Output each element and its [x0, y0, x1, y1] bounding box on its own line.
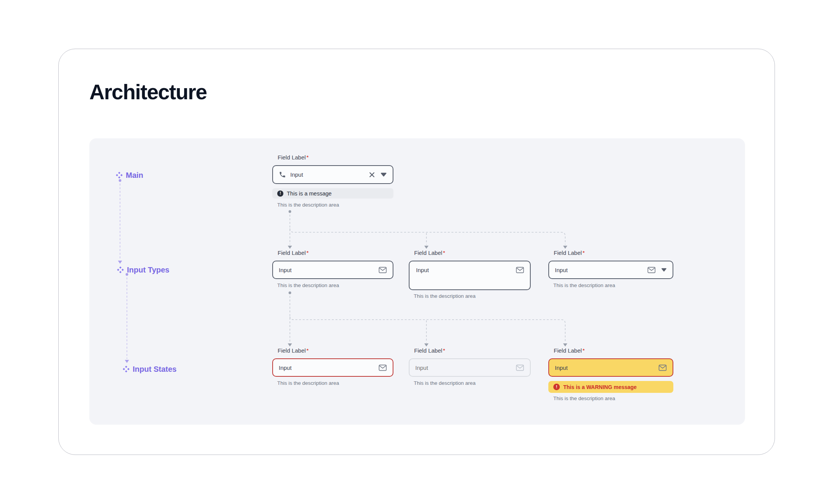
warning-icon: ! — [553, 384, 560, 390]
field-main-phone: Field Label* ! This is a message This is… — [272, 154, 393, 208]
dropdown-caret-icon[interactable] — [380, 172, 387, 177]
description-text: This is the description area — [272, 282, 393, 288]
field-label: Field Label* — [548, 347, 673, 354]
field-label: Field Label* — [548, 250, 673, 256]
info-icon: ! — [277, 190, 283, 197]
field-label: Field Label* — [272, 347, 393, 354]
mail-icon — [516, 267, 524, 273]
description-text: This is the description area — [409, 293, 531, 299]
select-input-box[interactable] — [548, 261, 673, 279]
phone-icon — [279, 171, 286, 178]
field-label: Field Label* — [409, 347, 531, 354]
info-message: ! This is a message — [272, 188, 393, 199]
field-label: Field Label* — [272, 154, 393, 161]
text-input[interactable] — [290, 171, 365, 178]
description-text: This is the description area — [409, 380, 531, 386]
required-asterisk: * — [582, 348, 584, 353]
error-input-box[interactable] — [272, 358, 393, 377]
field-type-email: Field Label* This is the description are… — [272, 250, 393, 288]
description-text: This is the description area — [548, 396, 673, 401]
textarea-input[interactable]: Input — [415, 266, 509, 286]
mail-icon — [378, 267, 387, 273]
field-state-warning: Field Label* ! This is a WARNING message… — [548, 347, 673, 401]
required-asterisk: * — [306, 154, 308, 160]
warning-text: This is a WARNING message — [563, 384, 637, 390]
field-state-error: Field Label* This is the description are… — [272, 347, 393, 386]
textarea-box[interactable]: Input — [409, 261, 531, 290]
description-text: This is the description area — [272, 202, 393, 208]
text-input[interactable] — [279, 364, 374, 371]
section-label: Main — [126, 171, 143, 180]
disabled-input-box — [409, 358, 531, 377]
description-text: This is the description area — [272, 380, 393, 386]
required-asterisk: * — [443, 250, 445, 256]
required-asterisk: * — [306, 348, 308, 353]
mail-icon — [647, 267, 656, 273]
mail-icon — [378, 364, 387, 371]
sparkle-diamonds-icon — [122, 365, 130, 373]
text-input[interactable] — [555, 364, 654, 371]
dropdown-caret-icon[interactable] — [661, 268, 667, 272]
message-text: This is a message — [287, 190, 332, 197]
section-input-types: Input Types — [117, 265, 169, 275]
field-type-select: Field Label* This is the description are… — [548, 250, 673, 288]
mail-icon — [516, 364, 524, 371]
architecture-page: Architecture Main Input Types — [0, 0, 834, 504]
description-text: This is the description area — [548, 282, 673, 288]
section-main: Main — [115, 170, 143, 180]
email-input-box[interactable] — [272, 261, 393, 279]
section-label: Input Types — [127, 266, 169, 274]
required-asterisk: * — [443, 348, 445, 353]
text-input[interactable] — [555, 267, 643, 273]
clear-icon[interactable] — [369, 172, 375, 178]
page-title: Architecture — [89, 80, 207, 104]
sparkle-diamonds-icon — [115, 171, 123, 179]
text-input[interactable] — [279, 267, 374, 273]
field-label: Field Label* — [272, 250, 393, 256]
section-input-states: Input States — [122, 364, 176, 374]
text-input — [415, 364, 512, 371]
section-label: Input States — [133, 365, 176, 374]
mail-icon — [658, 364, 667, 371]
warning-input-box[interactable] — [548, 358, 673, 377]
required-asterisk: * — [582, 250, 584, 256]
field-state-disabled: Field Label* This is the description are… — [409, 347, 531, 386]
field-label: Field Label* — [409, 250, 531, 256]
required-asterisk: * — [306, 250, 308, 256]
warning-message: ! This is a WARNING message — [548, 381, 673, 393]
field-type-textarea: Field Label* Input This is the descripti… — [409, 250, 531, 299]
phone-input-box[interactable] — [272, 165, 393, 184]
sparkle-diamonds-icon — [117, 266, 124, 274]
